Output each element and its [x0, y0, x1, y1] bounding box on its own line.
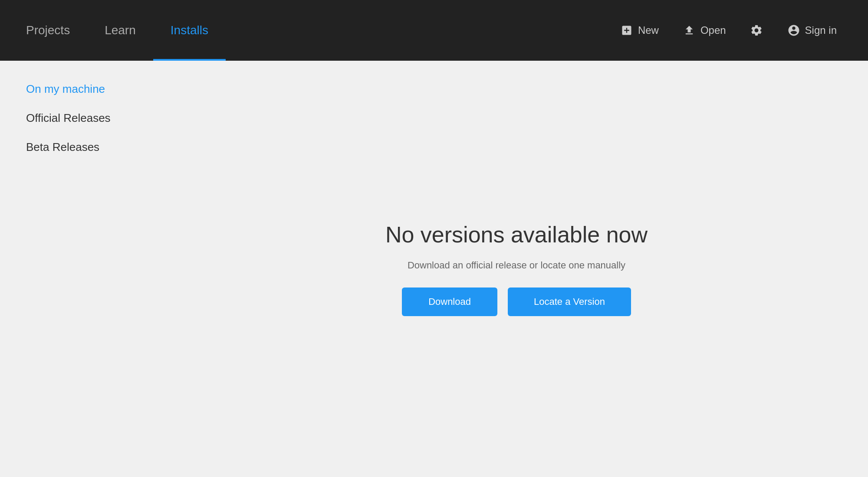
new-button[interactable]: New: [615, 20, 664, 41]
gear-icon: [750, 23, 763, 37]
open-label: Open: [700, 24, 726, 36]
sidebar: On my machine Official Releases Beta Rel…: [0, 61, 165, 477]
sidebar-item-on-my-machine[interactable]: On my machine: [26, 82, 139, 96]
new-label: New: [638, 24, 659, 36]
open-button[interactable]: Open: [677, 20, 731, 41]
nav-learn[interactable]: Learn: [87, 0, 153, 61]
account-icon: [787, 23, 801, 37]
sidebar-item-beta-releases[interactable]: Beta Releases: [26, 140, 139, 154]
nav: Projects Learn Installs: [26, 0, 615, 61]
header-actions: New Open Sign in: [615, 20, 842, 41]
empty-state: No versions available now Download an of…: [385, 222, 648, 316]
empty-title: No versions available now: [385, 222, 648, 248]
signin-label: Sign in: [805, 24, 837, 36]
download-button[interactable]: Download: [402, 288, 497, 316]
content: On my machine Official Releases Beta Rel…: [0, 61, 868, 477]
header: Projects Learn Installs New Open: [0, 0, 868, 61]
open-icon: [682, 23, 696, 37]
settings-button[interactable]: [744, 20, 769, 41]
locate-version-button[interactable]: Locate a Version: [508, 288, 631, 316]
signin-button[interactable]: Sign in: [782, 20, 842, 41]
empty-actions: Download Locate a Version: [402, 288, 631, 316]
sidebar-item-official-releases[interactable]: Official Releases: [26, 111, 139, 125]
nav-installs[interactable]: Installs: [153, 0, 226, 61]
nav-projects[interactable]: Projects: [26, 0, 87, 61]
new-icon: [620, 23, 634, 37]
empty-subtitle: Download an official release or locate o…: [408, 260, 625, 271]
main-content: No versions available now Download an of…: [165, 61, 868, 477]
